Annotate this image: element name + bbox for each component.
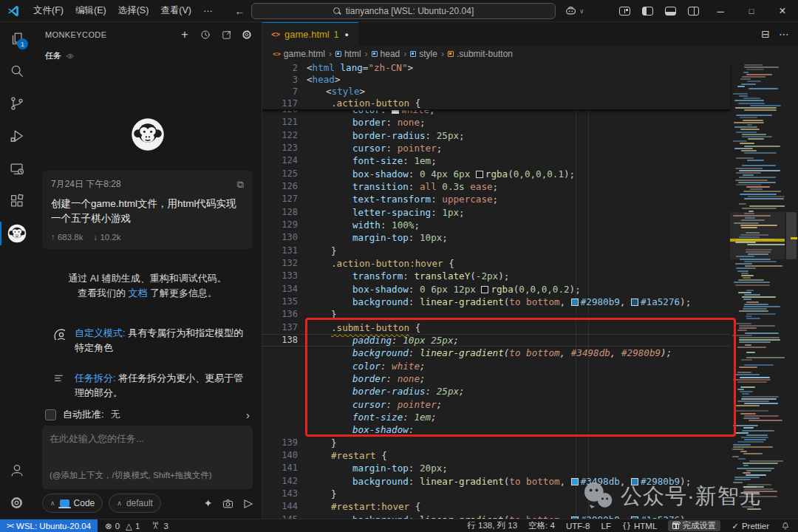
code-line[interactable]: 123cursor: pointer; <box>262 142 730 154</box>
formatter-status[interactable]: ✓ Prettier <box>732 521 769 531</box>
menu-more[interactable]: ⋯ <box>197 3 219 18</box>
copilot-setup[interactable]: 完成设置 <box>668 520 720 531</box>
code-line[interactable]: 122border-radius: 25px; <box>262 129 730 142</box>
breadcrumb-item[interactable]: head <box>372 49 400 59</box>
scrollbar-slider[interactable] <box>786 212 797 259</box>
toggle-sidebar-icon[interactable] <box>642 7 653 16</box>
enhance-prompt-icon[interactable]: ✦ <box>204 497 213 509</box>
code-line[interactable]: 2<html lang="zh-CN"> <box>262 62 730 74</box>
language-mode[interactable]: {} HTML <box>622 522 657 531</box>
account-icon[interactable] <box>0 454 33 486</box>
camera-icon[interactable] <box>222 497 234 510</box>
minimap-slider[interactable] <box>730 212 785 259</box>
command-center-search[interactable]: tianyancha [WSL: Ubuntu-20.04] <box>251 3 556 19</box>
problems-status[interactable]: ⊗ 0 △ 1 <box>105 521 140 531</box>
code-line[interactable]: 132.action-button:hover { <box>262 257 730 270</box>
sidebar-item-monkeycode[interactable] <box>0 217 33 250</box>
open-in-editor-icon[interactable] <box>219 27 233 42</box>
code-line[interactable]: 7<style> <box>262 86 730 98</box>
color-swatch-icon[interactable] <box>571 478 579 485</box>
code-line[interactable]: 129width: 100%; <box>262 219 730 231</box>
ports-status[interactable]: 3 <box>151 521 168 531</box>
code-line[interactable]: 138padding: 10px 25px; <box>262 334 730 347</box>
menu-item[interactable]: 编辑(E) <box>69 2 112 19</box>
encoding[interactable]: UTF-8 <box>566 522 590 531</box>
color-swatch-icon[interactable] <box>571 299 579 306</box>
code-view[interactable]: 120color: white;121border: none;122borde… <box>262 62 798 519</box>
toggle-panel-icon[interactable] <box>665 7 676 16</box>
code-line[interactable]: 117.action-button { <box>262 98 730 109</box>
profile-selector[interactable]: ∧ default <box>109 494 161 513</box>
history-icon[interactable] <box>198 27 213 42</box>
docs-link[interactable]: 文档 <box>129 287 148 299</box>
code-line[interactable]: 125box-shadow: 0 4px 6px rgba(0,0,0,0.1)… <box>262 168 730 180</box>
sidebar-item-extensions[interactable] <box>0 185 33 217</box>
color-swatch-icon[interactable] <box>631 299 638 306</box>
copy-icon[interactable]: ⧉ <box>237 179 244 191</box>
code-line[interactable]: 143} <box>262 488 730 500</box>
maximize-button[interactable]: □ <box>736 0 767 22</box>
code-line[interactable]: 126transition: all 0.3s ease; <box>262 180 730 193</box>
eol[interactable]: LF <box>601 522 611 531</box>
color-swatch-icon[interactable] <box>631 478 638 485</box>
remote-indicator[interactable]: >< WSL: Ubuntu-20.04 <box>0 519 98 532</box>
custom-modes-link[interactable]: 自定义模式: <box>75 327 126 338</box>
code-line[interactable]: font-size: 1em; <box>262 411 730 423</box>
code-line[interactable]: box-shadow: <box>262 423 730 436</box>
sidebar-item-source-control[interactable] <box>0 87 33 120</box>
task-split-link[interactable]: 任务拆分: <box>75 372 116 383</box>
code-line[interactable]: 145background: linear-gradient(to bottom… <box>262 514 730 519</box>
code-line[interactable]: 135background: linear-gradient(to bottom… <box>262 296 730 308</box>
breadcrumb-item[interactable]: <>game.html <box>273 49 325 59</box>
sidebar-item-remote-explorer[interactable] <box>0 152 33 185</box>
code-line[interactable]: 128letter-spacing: 1px; <box>262 206 730 219</box>
code-line[interactable]: cursor: pointer; <box>262 398 730 411</box>
code-line[interactable]: background: linear-gradient(to bottom, #… <box>262 347 730 359</box>
modified-dot-icon[interactable]: ● <box>344 31 348 38</box>
code-line[interactable]: 133transform: translateY(-2px); <box>262 270 730 282</box>
code-line[interactable]: 137.submit-button { <box>262 321 730 334</box>
task-input[interactable] <box>42 426 253 489</box>
sidebar-item-search[interactable] <box>0 55 33 87</box>
breadcrumb-item[interactable]: html <box>335 49 361 59</box>
code-line[interactable]: 121border: none; <box>262 116 730 129</box>
code-line[interactable]: 127text-transform: uppercase; <box>262 193 730 205</box>
breadcrumb-item[interactable]: .submit-button <box>448 49 513 59</box>
copilot-menu[interactable]: ∨ <box>564 4 584 18</box>
mode-selector[interactable]: ∧ Code <box>42 494 103 513</box>
sidebar-item-explorer[interactable]: 1 <box>0 22 33 55</box>
code-line[interactable]: 131} <box>262 245 730 257</box>
breadcrumb-item[interactable]: style <box>410 49 437 59</box>
color-swatch-icon[interactable] <box>481 286 488 293</box>
chevron-right-icon[interactable]: › <box>246 409 250 421</box>
eye-icon[interactable] <box>66 52 75 61</box>
code-line[interactable]: 130margin-top: 10px; <box>262 231 730 244</box>
code-line[interactable]: 124font-size: 1em; <box>262 154 730 167</box>
indentation[interactable]: 空格: 4 <box>528 520 555 531</box>
tab-game-html[interactable]: <> game.html 1 ● <box>262 22 358 46</box>
menu-item[interactable]: 文件(F) <box>27 2 69 19</box>
code-line[interactable]: 144#restart:hover { <box>262 500 730 513</box>
new-task-icon[interactable]: + <box>177 27 192 42</box>
minimize-button[interactable]: ─ <box>705 0 736 22</box>
code-line[interactable]: 136} <box>262 308 730 321</box>
code-line[interactable]: 139} <box>262 437 730 449</box>
auto-approve-checkbox[interactable] <box>45 409 56 420</box>
sticky-scroll[interactable]: 2<html lang="zh-CN">3<head>7<style>117.a… <box>262 62 730 110</box>
code-line[interactable]: border-radius: 25px; <box>262 385 730 398</box>
split-editor-icon[interactable]: ⊟ <box>761 28 770 40</box>
send-icon[interactable]: ▷ <box>244 497 253 510</box>
panel-settings-icon[interactable] <box>239 27 254 42</box>
scrollbar[interactable] <box>785 62 798 519</box>
cursor-position[interactable]: 行 138, 列 13 <box>467 520 517 531</box>
settings-gear-icon[interactable] <box>0 486 33 519</box>
code-line[interactable]: border: none; <box>262 372 730 385</box>
nav-back-icon[interactable]: ← <box>234 5 245 17</box>
close-button[interactable]: × <box>767 0 798 22</box>
toggle-secondary-sidebar-icon[interactable] <box>688 7 699 16</box>
color-swatch-icon[interactable] <box>476 171 483 178</box>
code-line[interactable]: 141margin-top: 20px; <box>262 462 730 474</box>
minimap[interactable] <box>730 62 785 519</box>
bell-icon[interactable] <box>780 521 791 531</box>
code-line[interactable]: color: white; <box>262 360 730 372</box>
